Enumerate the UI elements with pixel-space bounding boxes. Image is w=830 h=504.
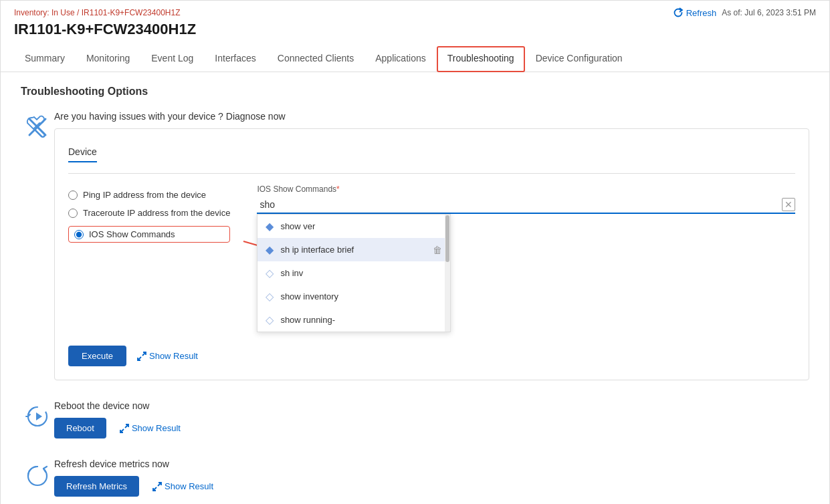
radio-options: Ping IP address from the device Tracerou… (68, 190, 230, 243)
radio-ping-input[interactable] (68, 191, 78, 200)
pin-icon-sh-inv: ◇ (266, 267, 274, 279)
expand-icon-refresh (152, 482, 162, 491)
cmd-text-sh-inv: sh inv (280, 268, 442, 278)
ios-dropdown[interactable]: ◆ show ver ◆ sh ip interface brief 🗑 ◇ (257, 214, 451, 332)
section-title: Troubleshooting Options (21, 86, 809, 98)
tab-troubleshooting[interactable]: Troubleshooting (437, 46, 525, 72)
tab-summary[interactable]: Summary (14, 46, 76, 72)
refresh-timestamp: As of: Jul 6, 2023 3:51 PM (722, 8, 816, 17)
pin-icon-sh-ip: ◆ (266, 243, 274, 256)
dropdown-item-show-inventory[interactable]: ◇ show inventory (257, 285, 450, 308)
ios-input-wrap: ✕ (257, 197, 795, 214)
wrench-icon (24, 114, 51, 140)
reboot-label: Reboot the device now (54, 400, 809, 411)
cmd-text-show-inventory: show inventory (280, 291, 442, 301)
device-panel: Device Ping IP address from the device T… (54, 128, 809, 380)
ios-commands-label: IOS Show Commands* (257, 184, 795, 194)
diagnose-body: Are you having issues with your device ?… (54, 111, 809, 380)
reboot-actions: Reboot Show Result (54, 418, 809, 438)
refresh-icon (673, 7, 684, 18)
refresh-button[interactable]: Refresh (673, 7, 717, 18)
dropdown-item-sh-ip[interactable]: ◆ sh ip interface brief 🗑 (257, 238, 450, 261)
refresh-metrics-section: Refresh device metrics now Refresh Metri… (21, 459, 809, 497)
ios-show-commands-input[interactable] (257, 197, 795, 213)
reboot-button[interactable]: Reboot (54, 418, 106, 438)
cmd-text-sh-ip: sh ip interface brief (280, 245, 426, 255)
execute-action-row: Execute Show Result (68, 346, 795, 366)
diagnose-label: Are you having issues with your device ?… (54, 111, 809, 122)
refresh-metrics-icon (24, 461, 51, 488)
refresh-metrics-body: Refresh device metrics now Refresh Metri… (54, 459, 809, 497)
radio-ping[interactable]: Ping IP address from the device (68, 190, 230, 200)
scroll-thumb (445, 215, 449, 262)
cmd-text-show-running: show running- (280, 315, 442, 325)
nav-tabs: Summary Monitoring Event Log Interfaces … (1, 46, 829, 72)
cmd-text-show-ver: show ver (280, 221, 442, 231)
expand-icon-reboot (120, 424, 129, 433)
tab-interfaces[interactable]: Interfaces (204, 46, 266, 72)
tab-device-configuration[interactable]: Device Configuration (525, 46, 633, 72)
svg-marker-8 (36, 412, 42, 420)
refresh-metrics-button[interactable]: Refresh Metrics (54, 476, 139, 497)
tab-monitoring[interactable]: Monitoring (76, 46, 140, 72)
radio-ios-input[interactable] (74, 230, 84, 239)
show-result-reboot[interactable]: Show Result (120, 423, 181, 433)
dropdown-item-show-running[interactable]: ◇ show running- (257, 308, 450, 332)
execute-button[interactable]: Execute (68, 346, 126, 366)
ios-commands-panel: IOS Show Commands* ✕ ◆ show ver (257, 184, 795, 332)
reboot-section: Reboot the device now Reboot Show Result (21, 400, 809, 438)
reboot-icon (24, 403, 51, 430)
pin-icon-show-inventory: ◇ (266, 290, 274, 303)
show-result-refresh-metrics[interactable]: Show Result (152, 481, 213, 491)
refresh-metrics-icon-wrap (21, 461, 54, 488)
options-row: Ping IP address from the device Tracerou… (68, 184, 795, 332)
radio-traceroute[interactable]: Traceroute IP address from the device (68, 208, 230, 218)
diagnose-icon-wrap (21, 114, 54, 140)
tab-event-log[interactable]: Event Log (140, 46, 204, 72)
refresh-metrics-label: Refresh device metrics now (54, 459, 809, 469)
delete-icon-sh-ip[interactable]: 🗑 (433, 245, 442, 255)
refresh-label: Refresh (686, 8, 717, 18)
device-tab[interactable]: Device (68, 142, 97, 162)
diagnose-section: Are you having issues with your device ?… (21, 111, 809, 380)
radio-ping-label: Ping IP address from the device (83, 190, 206, 200)
tab-connected-clients[interactable]: Connected Clients (267, 46, 365, 72)
radio-ios[interactable]: IOS Show Commands (68, 226, 230, 243)
radio-traceroute-input[interactable] (68, 209, 78, 218)
refresh-metrics-actions: Refresh Metrics Show Result (54, 476, 809, 497)
radio-traceroute-label: Traceroute IP address from the device (83, 208, 230, 218)
show-result-execute[interactable]: Show Result (137, 351, 198, 361)
pin-icon-show-ver: ◆ (266, 220, 274, 233)
dropdown-item-sh-inv[interactable]: ◇ sh inv (257, 261, 450, 285)
page-title: IR1101-K9+FCW23400H1Z (1, 18, 829, 46)
scroll-track[interactable] (445, 215, 450, 332)
reboot-body: Reboot the device now Reboot Show Result (54, 400, 809, 438)
reboot-icon-wrap (21, 403, 54, 430)
expand-icon-execute (137, 352, 146, 361)
dropdown-item-show-ver[interactable]: ◆ show ver (257, 215, 450, 238)
ios-clear-button[interactable]: ✕ (782, 198, 795, 211)
radio-ios-label: IOS Show Commands (89, 229, 175, 239)
tab-applications[interactable]: Applications (365, 46, 437, 72)
breadcrumb: Inventory: In Use / IR1101-K9+FCW23400H1… (14, 8, 180, 17)
pin-icon-show-running: ◇ (266, 313, 274, 326)
